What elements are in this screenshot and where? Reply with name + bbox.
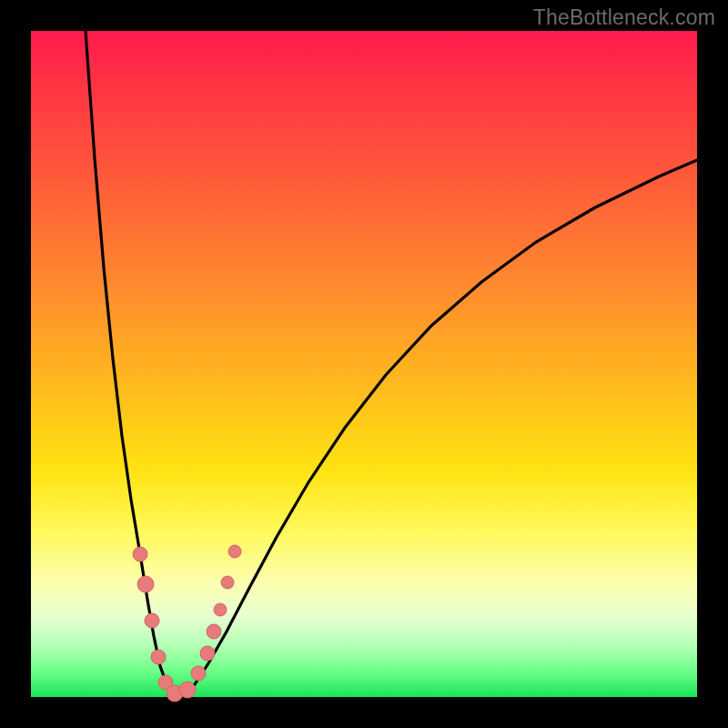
curve-marker — [221, 576, 234, 589]
curve-marker — [214, 603, 227, 616]
curve-marker — [145, 613, 159, 628]
curve-marker — [151, 650, 166, 664]
curve-layer — [31, 31, 697, 697]
curve-marker — [179, 682, 196, 698]
curve-marker — [200, 646, 215, 661]
watermark-text: TheBottleneck.com — [533, 5, 715, 30]
curve-marker — [207, 624, 221, 639]
plot-area — [31, 31, 697, 697]
curve-marker — [228, 545, 241, 558]
bottleneck-curve — [86, 31, 697, 695]
curve-marker — [191, 666, 206, 681]
curve-marker — [133, 547, 147, 561]
chart-frame: TheBottleneck.com — [0, 0, 728, 728]
curve-marker — [137, 576, 154, 592]
marker-group — [133, 545, 241, 702]
